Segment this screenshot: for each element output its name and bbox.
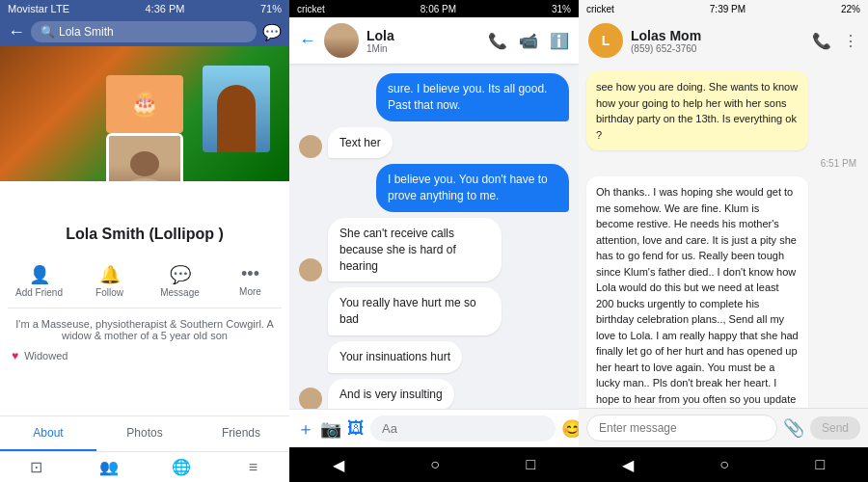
message-bubble-3: You really have hurt me so bad: [328, 287, 502, 335]
video-button[interactable]: 📹: [519, 32, 538, 50]
profile-name: Lola Smith (Lollipop ): [66, 226, 224, 242]
message-received-3: You really have hurt me so bad: [299, 287, 569, 335]
nav-back-3[interactable]: ◀: [622, 456, 634, 474]
status-bar-2: cricket 8:06 PM 31%: [289, 0, 579, 17]
sms-header: L Lolas Mom (859) 652-3760 📞 ⋮: [579, 17, 868, 64]
add-button[interactable]: ＋: [297, 417, 314, 441]
info-button[interactable]: ℹ️: [550, 32, 569, 50]
facebook-profile-panel: Movistar LTE 4:36 PM 71% ← 🔍 Lola Smith …: [0, 0, 289, 482]
sms-message-2: Oh thanks.. I was hoping she would get t…: [586, 176, 808, 408]
lolasmom-avatar: L: [588, 23, 623, 58]
messenger-icon[interactable]: 💬: [262, 23, 282, 41]
boy-photo: [203, 66, 270, 152]
nav-square-3[interactable]: □: [816, 456, 826, 473]
emoji-button[interactable]: 😊: [561, 418, 579, 440]
nav-back-2[interactable]: ◀: [333, 456, 344, 474]
message-label: Message: [160, 287, 200, 298]
tab-about[interactable]: About: [0, 416, 96, 451]
messenger-input-bar: ＋ 📷 🖼 😊 👍: [289, 409, 579, 447]
lola-name: Lola: [366, 28, 480, 43]
messenger-header-info: Lola 1Min: [366, 28, 480, 54]
message-bubble-2: She can't receive calls because she is h…: [328, 218, 502, 281]
follow-button[interactable]: 🔔 Follow: [78, 260, 141, 302]
nav-square-2[interactable]: □: [527, 456, 536, 473]
messenger-header: ← Lola 1Min 📞 📹 ℹ️: [289, 17, 579, 64]
time-1: 4:36 PM: [145, 3, 184, 14]
sms-input-bar: 📎 Send: [579, 408, 868, 447]
time-2: 8:06 PM: [420, 4, 456, 14]
lola-avatar-small-2: [299, 258, 322, 281]
search-box[interactable]: 🔍 Lola Smith: [31, 21, 257, 42]
nav-home-2[interactable]: ○: [430, 456, 440, 473]
add-friend-button[interactable]: 👤 Add Friend: [8, 260, 70, 302]
profile-bio: I'm a Masseuse, physiotherapist & Southe…: [0, 314, 289, 345]
nav-friends[interactable]: 👥: [72, 458, 145, 476]
messenger-back-button[interactable]: ←: [299, 31, 316, 51]
messenger-header-actions: 📞 📹 ℹ️: [488, 32, 569, 50]
nav-home[interactable]: ⊡: [0, 458, 72, 476]
battery-3: 22%: [841, 4, 860, 14]
search-text: Lola Smith: [59, 25, 114, 39]
divider-1: [8, 308, 282, 308]
sms-header-info: Lolas Mom (859) 652-3760: [631, 28, 804, 54]
boy-silhouette: [217, 85, 256, 152]
sms-message-input[interactable]: [586, 415, 777, 442]
bottom-nav-3: ◀ ○ □: [579, 447, 868, 482]
profile-avatar[interactable]: [106, 133, 183, 181]
image-button[interactable]: 🖼: [347, 418, 365, 439]
bottom-nav-2: ◀ ○ □: [289, 447, 579, 482]
sms-header-actions: 📞 ⋮: [812, 32, 858, 50]
camera-button[interactable]: 📷: [320, 418, 341, 440]
avatar-letter: L: [602, 33, 610, 48]
relationship-text: Widowed: [24, 350, 68, 362]
nav-home-3[interactable]: ○: [719, 456, 729, 473]
profile-info: Lola Smith (Lollipop ): [0, 218, 289, 251]
battery-2: 31%: [552, 4, 571, 14]
send-button[interactable]: Send: [810, 416, 860, 440]
carrier-2: cricket: [297, 4, 325, 14]
message-sent-2: I believe you. You don't have to prove a…: [376, 164, 569, 212]
add-friend-label: Add Friend: [15, 287, 63, 298]
attach-button[interactable]: 📎: [783, 417, 804, 439]
sms-more-button[interactable]: ⋮: [843, 32, 858, 50]
nav-globe[interactable]: 🌐: [145, 458, 217, 476]
carrier-3: cricket: [586, 4, 614, 14]
avatar-image: [109, 136, 180, 181]
sms-phone-button[interactable]: 📞: [812, 32, 831, 50]
message-sent-1: sure. I believe you. Its all good. Past …: [376, 73, 569, 121]
message-received-4: Your insinuations hurt: [299, 341, 569, 373]
time-3: 7:39 PM: [710, 4, 746, 14]
cover-photo: 🎂: [0, 46, 289, 181]
sms-timestamp-1: 6:51 PM: [586, 156, 860, 171]
battery-1: 71%: [260, 3, 282, 14]
messenger-panel: cricket 8:06 PM 31% ← Lola 1Min 📞 📹 ℹ️ s…: [289, 0, 579, 482]
more-icon: •••: [241, 264, 259, 284]
more-label: More: [239, 286, 261, 297]
message-received-1: Text her: [299, 127, 569, 159]
profile-actions: 👤 Add Friend 🔔 Follow 💬 Message ••• More: [0, 260, 289, 302]
tab-photos[interactable]: Photos: [96, 416, 193, 451]
lola-status: 1Min: [366, 43, 480, 54]
tab-friends[interactable]: Friends: [193, 416, 289, 451]
message-input[interactable]: [370, 415, 556, 442]
carrier-1: Movistar LTE: [8, 3, 69, 14]
message-received-5: And is very insulting: [299, 379, 569, 409]
heart-icon: ♥: [12, 349, 18, 362]
sms-message-1: see how you are doing. She wants to know…: [586, 71, 808, 150]
back-button[interactable]: ←: [8, 22, 25, 42]
nav-menu[interactable]: ≡: [217, 458, 289, 476]
message-bubble-4: Your insinuations hurt: [328, 341, 462, 373]
phone-button[interactable]: 📞: [488, 32, 507, 50]
message-bubble-5: And is very insulting: [328, 379, 454, 409]
lola-avatar: [324, 23, 359, 58]
relationship-status: ♥ Widowed: [0, 345, 289, 366]
messenger-messages: sure. I believe you. Its all good. Past …: [289, 64, 579, 409]
status-bar-3: cricket 7:39 PM 22%: [579, 0, 868, 17]
cake-decoration: 🎂: [106, 75, 183, 133]
lolasmom-number: (859) 652-3760: [631, 43, 804, 54]
message-button[interactable]: 💬 Message: [149, 260, 211, 302]
search-bar: ← 🔍 Lola Smith 💬: [0, 17, 289, 46]
more-button[interactable]: ••• More: [219, 260, 282, 302]
follow-icon: 🔔: [99, 264, 121, 285]
lola-avatar-small-3: [299, 388, 322, 409]
